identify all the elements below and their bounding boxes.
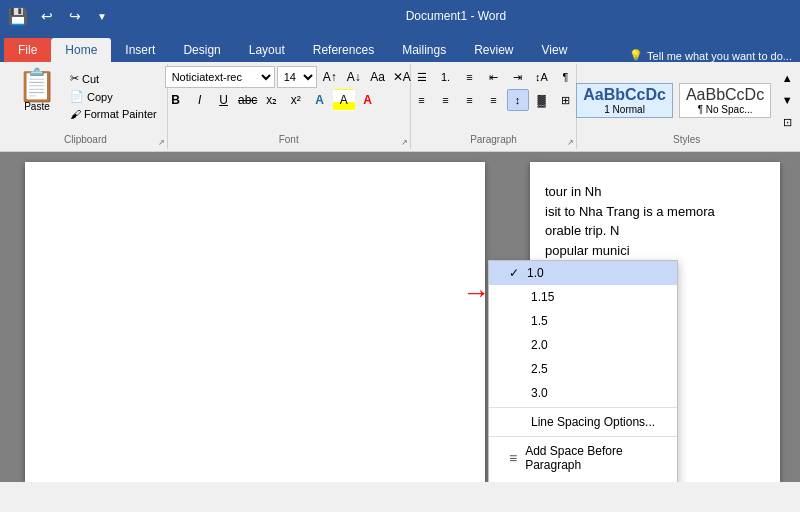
customize-qat-button[interactable]: ▼ [92, 9, 112, 24]
bullets-button[interactable]: ☰ [411, 66, 433, 88]
change-case-button[interactable]: Aa [367, 66, 389, 88]
font-group: Noticiatext-rec 14 A↑ A↓ Aa ✕A B I U abc… [168, 64, 411, 149]
spacing-1-0[interactable]: ✓ 1.0 [489, 261, 677, 285]
doc-text-2: isit to Nha Trang is a memora [545, 202, 765, 222]
tab-design[interactable]: Design [169, 38, 234, 62]
spacing-3-0[interactable]: 3.0 [489, 381, 677, 405]
format-painter-button[interactable]: 🖌 Format Painter [66, 106, 161, 122]
spacing-2-0-label: 2.0 [531, 338, 548, 352]
format-painter-icon: 🖌 [70, 108, 81, 120]
paragraph-expand-button[interactable]: ↗ [567, 138, 574, 147]
line-spacing-options-label: Line Spacing Options... [531, 415, 655, 429]
spacing-2-0[interactable]: 2.0 [489, 333, 677, 357]
spacing-1-5[interactable]: 1.5 [489, 309, 677, 333]
style-normal[interactable]: AaBbCcDc 1 Normal [576, 83, 673, 118]
font-group-content: Noticiatext-rec 14 A↑ A↓ Aa ✕A B I U abc… [165, 66, 413, 134]
styles-expand[interactable]: ⊡ [776, 111, 798, 133]
show-formatting-button[interactable]: ¶ [555, 66, 577, 88]
document-area: → ✓ 1.0 1.15 1.5 2.0 2.5 3.0 Line [0, 152, 800, 482]
line-spacing-dropdown: ✓ 1.0 1.15 1.5 2.0 2.5 3.0 Line Spacing … [488, 260, 678, 482]
tab-file[interactable]: File [4, 38, 51, 62]
cut-icon: ✂ [70, 72, 79, 85]
tab-insert[interactable]: Insert [111, 38, 169, 62]
format-painter-label: Format Painter [84, 108, 157, 120]
bold-button[interactable]: B [165, 89, 187, 111]
add-space-after-paragraph[interactable]: ≡ Add Space After Paragraph [489, 477, 677, 482]
font-style-row: B I U abc x₂ x² A A A [165, 89, 379, 111]
tab-layout[interactable]: Layout [235, 38, 299, 62]
checkmark-icon: ✓ [509, 266, 519, 280]
dropdown-divider-2 [489, 436, 677, 437]
shading-button[interactable]: ▓ [531, 89, 553, 111]
spacing-1-0-label: 1.0 [527, 266, 544, 280]
sort-button[interactable]: ↕A [531, 66, 553, 88]
line-spacing-options[interactable]: Line Spacing Options... [489, 410, 677, 434]
spacing-1-15[interactable]: 1.15 [489, 285, 677, 309]
title-bar-controls: ↩ ↪ ▼ [36, 6, 112, 26]
help-search: 💡 Tell me what you want to do... [629, 49, 792, 62]
align-center-button[interactable]: ≡ [435, 89, 457, 111]
decrease-indent-button[interactable]: ⇤ [483, 66, 505, 88]
tab-view[interactable]: View [528, 38, 582, 62]
font-name-row: Noticiatext-rec 14 A↑ A↓ Aa ✕A [165, 66, 413, 88]
text-effects-button[interactable]: A [309, 89, 331, 111]
subscript-button[interactable]: x₂ [261, 89, 283, 111]
clear-formatting-button[interactable]: ✕A [391, 66, 413, 88]
spacing-1-5-label: 1.5 [531, 314, 548, 328]
borders-button[interactable]: ⊞ [555, 89, 577, 111]
doc-text-4: popular munici [545, 241, 765, 261]
undo-button[interactable]: ↩ [36, 6, 58, 26]
numbering-button[interactable]: 1. [435, 66, 457, 88]
font-color-button[interactable]: A [357, 89, 379, 111]
styles-scroll-down[interactable]: ▼ [776, 89, 798, 111]
clipboard-expand-button[interactable]: ↗ [158, 138, 165, 147]
style-nospacing-preview: AaBbCcDc [686, 86, 764, 104]
cut-button[interactable]: ✂ Cut [66, 70, 161, 87]
paste-button[interactable]: 📋 Paste [10, 66, 64, 115]
tab-references[interactable]: References [299, 38, 388, 62]
line-spacing-button[interactable]: ↕ [507, 89, 529, 111]
ribbon: 📋 Paste ✂ Cut 📄 Copy 🖌 Format Painter Cl… [0, 62, 800, 152]
list-row: ☰ 1. ≡ ⇤ ⇥ ↕A ¶ [411, 66, 577, 88]
style-nospacing[interactable]: AaBbCcDc ¶ No Spac... [679, 83, 771, 118]
paragraph-group-content: ☰ 1. ≡ ⇤ ⇥ ↕A ¶ ≡ ≡ ≡ ≡ ↕ ▓ ⊞ [411, 66, 577, 134]
increase-font-button[interactable]: A↑ [319, 66, 341, 88]
font-group-label: Font [279, 134, 299, 147]
doc-text-3: orable trip. N [545, 221, 765, 241]
align-right-button[interactable]: ≡ [459, 89, 481, 111]
spacing-2-5[interactable]: 2.5 [489, 357, 677, 381]
italic-button[interactable]: I [189, 89, 211, 111]
styles-scroll-up[interactable]: ▲ [776, 67, 798, 89]
strikethrough-button[interactable]: abc [237, 89, 259, 111]
increase-indent-button[interactable]: ⇥ [507, 66, 529, 88]
title-bar-center: Document1 - Word [120, 9, 792, 23]
doc-page-left[interactable] [25, 162, 485, 482]
copy-label: Copy [87, 91, 113, 103]
add-space-before-icon: ≡ [509, 450, 517, 466]
copy-button[interactable]: 📄 Copy [66, 88, 161, 105]
font-expand-button[interactable]: ↗ [401, 138, 408, 147]
redo-button[interactable]: ↪ [64, 6, 86, 26]
document-title: Document1 - Word [406, 9, 506, 23]
font-name-select[interactable]: Noticiatext-rec [165, 66, 275, 88]
underline-button[interactable]: U [213, 89, 235, 111]
spacing-2-5-label: 2.5 [531, 362, 548, 376]
align-left-button[interactable]: ≡ [411, 89, 433, 111]
superscript-button[interactable]: x² [285, 89, 307, 111]
font-size-select[interactable]: 14 [277, 66, 317, 88]
help-text: Tell me what you want to do... [647, 50, 792, 62]
tab-mailings[interactable]: Mailings [388, 38, 460, 62]
tab-review[interactable]: Review [460, 38, 527, 62]
multilevel-list-button[interactable]: ≡ [459, 66, 481, 88]
tab-home[interactable]: Home [51, 38, 111, 62]
justify-button[interactable]: ≡ [483, 89, 505, 111]
clipboard-group-content: 📋 Paste ✂ Cut 📄 Copy 🖌 Format Painter [10, 66, 161, 134]
decrease-font-button[interactable]: A↓ [343, 66, 365, 88]
text-highlight-button[interactable]: A [333, 89, 355, 111]
red-arrow-indicator: → [462, 277, 490, 309]
spacing-3-0-label: 3.0 [531, 386, 548, 400]
paste-label: Paste [24, 101, 50, 112]
add-space-before-paragraph[interactable]: ≡ Add Space Before Paragraph [489, 439, 677, 477]
save-icon[interactable]: 💾 [8, 7, 28, 26]
title-bar: 💾 ↩ ↪ ▼ Document1 - Word [0, 0, 800, 32]
